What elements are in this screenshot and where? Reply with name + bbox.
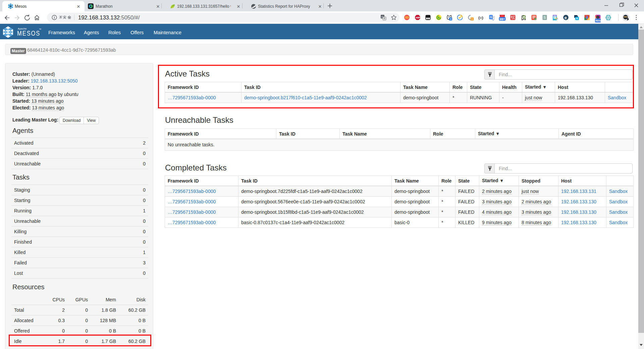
svg-text:{≡}: {≡} (478, 16, 484, 20)
svg-text:ABP: ABP (416, 16, 420, 19)
svg-text:G: G (490, 15, 492, 19)
svg-text:S: S (543, 15, 546, 19)
svg-text:e: e (565, 15, 567, 20)
svg-text:99+: 99+ (500, 17, 505, 21)
svg-text:New: New (596, 19, 601, 22)
svg-text:1: 1 (472, 17, 473, 20)
svg-text:1: 1 (450, 17, 452, 20)
